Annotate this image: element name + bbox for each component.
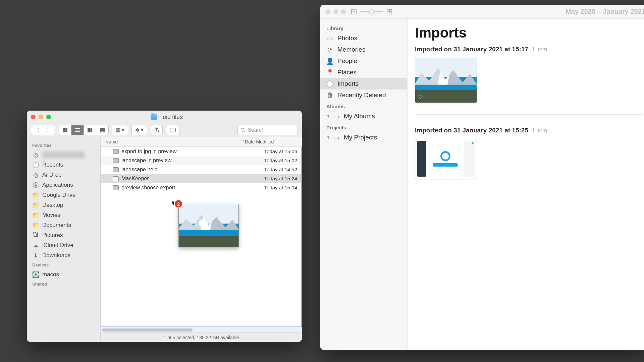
sort-ascending-icon: ⌃: [242, 139, 245, 144]
sidebar-item-airdrop[interactable]: ◎AirDrop: [27, 170, 100, 180]
item-count: 1 item: [532, 46, 547, 53]
view-mode-buttons: [59, 125, 109, 135]
folder-icon: 📁: [32, 212, 39, 219]
page-title: Imports: [415, 25, 643, 41]
sidebar-item-my-albums[interactable]: ▼▭My Albums: [320, 111, 407, 122]
sidebar-item-my-projects[interactable]: ▼▭My Projects: [320, 132, 407, 143]
zoom-slider[interactable]: [360, 11, 383, 12]
sidebar-item-desktop[interactable]: 📁Desktop: [27, 200, 100, 210]
column-name[interactable]: Name ⌃: [101, 139, 245, 144]
sidebar-item-label: Downloads: [42, 252, 70, 259]
search-field[interactable]: Search: [237, 125, 298, 135]
sidebar-item-macos[interactable]: 💽macos: [27, 269, 100, 280]
column-view-button[interactable]: [84, 125, 96, 135]
minimize-icon[interactable]: [39, 115, 43, 119]
sidebar-section-header: Library: [320, 23, 407, 33]
photos-titlebar[interactable]: May 2020 – January 2021: [320, 5, 644, 19]
forward-button[interactable]: 〉: [43, 125, 55, 135]
photos-zoom-controls: [351, 9, 392, 14]
sidebar-item-recently-deleted[interactable]: 🗑Recently Deleted: [320, 89, 407, 101]
sidebar-item-label: Photos: [337, 35, 357, 42]
sidebar-item-memories[interactable]: ⟳Memories: [320, 44, 407, 55]
photos-sidebar: Library▭Photos⟳Memories👤People📍Places🕘Im…: [320, 19, 408, 350]
zoom-icon[interactable]: [341, 9, 346, 14]
photo-thumbnail[interactable]: ♡: [415, 58, 477, 103]
sidebar-section-header: Shared: [27, 280, 100, 289]
memories-icon: ⟳: [326, 46, 334, 53]
svg-rect-4: [75, 128, 80, 129]
sidebar-item-label: Recents: [42, 162, 63, 168]
sidebar-item-label: macos: [42, 271, 59, 278]
clock-icon: 🕘: [32, 162, 39, 168]
column-date[interactable]: Date Modified: [245, 139, 302, 144]
sidebar-item-label: Recently Deleted: [337, 92, 386, 99]
photo-thumbnail[interactable]: [415, 139, 477, 179]
finder-titlebar[interactable]: heic files: [27, 111, 302, 123]
minimize-icon[interactable]: [333, 9, 338, 14]
svg-rect-15: [170, 128, 175, 132]
list-view-button[interactable]: [71, 125, 84, 135]
sidebar-item-label: iCloud Drive: [42, 242, 73, 249]
file-row[interactable]: export to jpg in previewToday at 15:06: [101, 147, 301, 156]
svg-rect-13: [103, 131, 104, 132]
sidebar-item-applications[interactable]: ⒶApplications: [27, 180, 100, 190]
sidebar-item-google-drive[interactable]: 📁Google Drive: [27, 190, 100, 200]
download-icon: ⬇: [32, 252, 39, 259]
svg-point-16: [241, 128, 244, 131]
svg-rect-12: [101, 131, 102, 132]
svg-rect-1: [65, 128, 67, 130]
zoom-out-icon[interactable]: [351, 9, 357, 14]
horizontal-scrollbar[interactable]: [101, 327, 302, 333]
svg-rect-14: [104, 131, 105, 132]
gallery-view-button[interactable]: [96, 125, 109, 135]
favorite-icon[interactable]: ♡: [418, 93, 423, 101]
airdrop-icon: ◎: [32, 152, 39, 158]
file-date: Today at 15:04: [244, 185, 301, 190]
search-icon: [240, 128, 246, 133]
file-row[interactable]: MacKeeperToday at 15:24: [101, 174, 301, 183]
sidebar-item-pictures[interactable]: 🖼Pictures: [27, 230, 100, 240]
file-thumbnail-icon: [113, 176, 119, 181]
finder-toolbar: 〈 〉 ▦ ▾ ✻ ▾: [27, 123, 302, 137]
zoom-in-icon[interactable]: [387, 9, 392, 14]
close-icon[interactable]: [31, 115, 36, 119]
file-row[interactable]: preview choose exportToday at 15:04: [101, 183, 301, 192]
share-button[interactable]: [151, 125, 163, 135]
disclosure-icon[interactable]: ▼: [326, 114, 330, 119]
file-row[interactable]: landscape in previewToday at 15:02: [101, 156, 301, 165]
airdrop-icon: ◎: [32, 172, 39, 178]
tags-button[interactable]: [166, 125, 179, 135]
sidebar-item-photos[interactable]: ▭Photos: [320, 33, 407, 44]
file-name: landscape.heic: [121, 167, 157, 173]
places-icon: 📍: [326, 69, 334, 76]
action-menu-button[interactable]: ✻ ▾: [131, 125, 147, 135]
zoom-icon[interactable]: [46, 115, 51, 119]
sidebar-item-movies[interactable]: 📁Movies: [27, 210, 100, 220]
album-icon: ▭: [333, 134, 340, 141]
back-button[interactable]: 〈: [31, 125, 43, 135]
window-title: heic files: [51, 114, 282, 121]
sidebar-item-redacted[interactable]: ◎redacted: [27, 150, 100, 160]
folder-icon: 📁: [32, 192, 39, 198]
file-thumbnail-icon: [113, 149, 119, 154]
list-header: Name ⌃ Date Modified: [101, 137, 302, 147]
pictures-icon: 🖼: [32, 232, 39, 239]
photos-icon: ▭: [326, 35, 334, 42]
sidebar-item-downloads[interactable]: ⬇Downloads: [27, 250, 100, 260]
sidebar-item-documents[interactable]: 📁Documents: [27, 220, 100, 230]
group-by-button[interactable]: ▦ ▾: [112, 125, 128, 135]
sidebar-item-label: Memories: [337, 46, 365, 53]
sidebar-item-places[interactable]: 📍Places: [320, 67, 407, 78]
close-icon[interactable]: [326, 9, 330, 14]
sidebar-section-header: Devices: [27, 260, 100, 269]
sidebar-item-imports[interactable]: 🕘Imports: [320, 78, 407, 89]
file-row[interactable]: landscape.heicToday at 14:52: [101, 165, 301, 174]
sidebar-item-recents[interactable]: 🕘Recents: [27, 160, 100, 170]
disclosure-icon[interactable]: ▼: [326, 135, 330, 140]
sidebar-item-people[interactable]: 👤People: [320, 55, 407, 67]
svg-rect-6: [75, 131, 80, 132]
file-rows[interactable]: export to jpg in previewToday at 15:06la…: [101, 147, 302, 327]
icon-view-button[interactable]: [59, 125, 71, 135]
sidebar-item-icloud-drive[interactable]: ☁iCloud Drive: [27, 240, 100, 250]
photos-window: May 2020 – January 2021 Library▭Photos⟳M…: [320, 5, 644, 350]
